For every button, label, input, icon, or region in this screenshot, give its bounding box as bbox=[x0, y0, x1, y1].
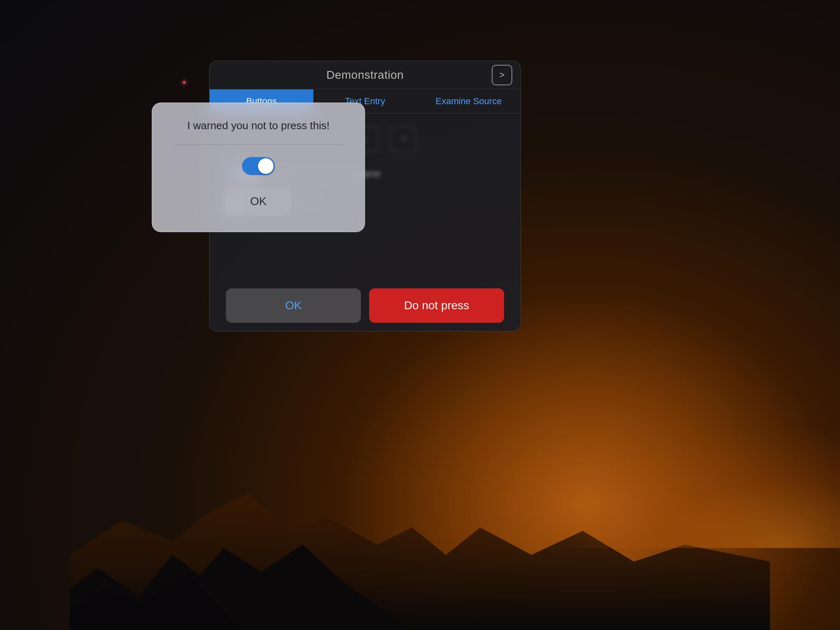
alert-separator bbox=[173, 144, 344, 145]
alert-toggle[interactable] bbox=[242, 157, 275, 175]
next-button[interactable]: > bbox=[492, 65, 512, 85]
close-icon: ✕ bbox=[399, 133, 408, 145]
do-not-press-button[interactable]: Do not press bbox=[369, 288, 504, 323]
panel-title: Demonstration bbox=[326, 68, 404, 82]
panel-header: Demonstration > bbox=[210, 61, 520, 89]
star bbox=[183, 81, 185, 84]
bottom-buttons: OK Do not press bbox=[210, 280, 520, 331]
alert-message: I warned you not to press this! bbox=[187, 119, 330, 132]
alert-dialog: I warned you not to press this! OK bbox=[152, 103, 365, 232]
tab-examine-source[interactable]: Examine Source bbox=[417, 89, 520, 113]
close-button[interactable]: ✕ bbox=[390, 126, 417, 152]
alert-toggle-area bbox=[242, 157, 275, 175]
alert-toggle-knob bbox=[258, 158, 274, 174]
alert-ok-button[interactable]: OK bbox=[226, 187, 291, 215]
mountain-silhouette bbox=[0, 425, 840, 630]
ok-button[interactable]: OK bbox=[226, 288, 361, 323]
